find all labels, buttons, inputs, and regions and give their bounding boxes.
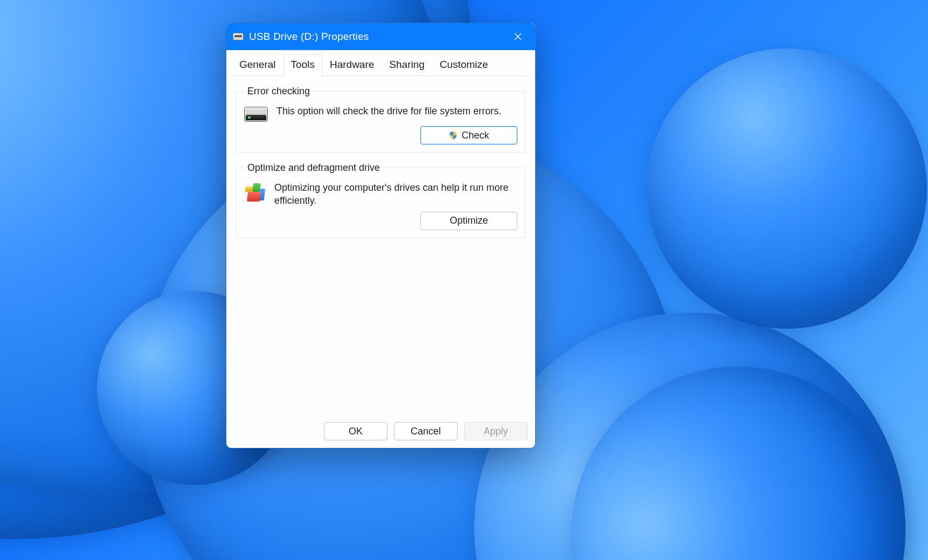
error-checking-description: This option will check the drive for fil…: [276, 105, 517, 117]
optimize-legend: Optimize and defragment drive: [244, 162, 383, 174]
uac-shield-icon: [448, 130, 458, 140]
check-button[interactable]: Check: [420, 126, 517, 144]
tab-tools[interactable]: Tools: [283, 54, 322, 77]
drive-icon: [233, 33, 244, 40]
optimize-button[interactable]: Optimize: [420, 212, 517, 230]
titlebar[interactable]: USB Drive (D:) Properties: [226, 23, 535, 50]
optimize-group: Optimize and defragment drive Optimizing…: [236, 162, 525, 238]
ok-button[interactable]: OK: [324, 422, 387, 440]
error-checking-group: Error checking This option will check th…: [236, 86, 525, 153]
defragment-icon: [244, 182, 266, 204]
cancel-button[interactable]: Cancel: [394, 422, 458, 440]
close-button[interactable]: [501, 23, 535, 50]
apply-button: Apply: [464, 422, 528, 440]
optimize-button-label: Optimize: [449, 215, 488, 226]
check-button-label: Check: [461, 130, 489, 141]
tab-general[interactable]: General: [232, 54, 283, 77]
hard-drive-icon: [244, 107, 268, 122]
optimize-description: Optimizing your computer's drives can he…: [274, 181, 517, 208]
window-title: USB Drive (D:) Properties: [249, 31, 369, 43]
tab-customize[interactable]: Customize: [432, 54, 496, 77]
tab-sharing[interactable]: Sharing: [382, 54, 432, 77]
tab-content: Error checking This option will check th…: [226, 76, 535, 417]
dialog-footer: OK Cancel Apply: [226, 417, 535, 448]
properties-dialog: USB Drive (D:) Properties General Tools …: [226, 23, 536, 448]
error-checking-legend: Error checking: [244, 86, 313, 97]
tabs-region: General Tools Hardware Sharing Customize: [226, 50, 535, 76]
close-icon: [514, 32, 522, 41]
tab-hardware[interactable]: Hardware: [322, 54, 382, 77]
